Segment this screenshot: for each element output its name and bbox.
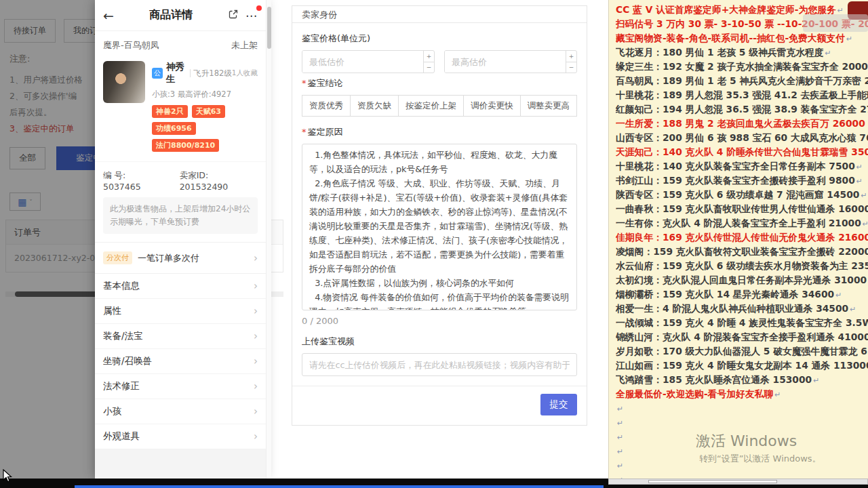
- drawer-header: ← 商品详情 ⋯: [95, 0, 266, 31]
- character-avatar[interactable]: [103, 61, 145, 103]
- paragraph-mark-icon: ↵: [861, 191, 867, 200]
- product-summary: 公 神秀生 飞升182级 1人收藏 小孩:3 最高评价:4927 神兽2只天赋6…: [95, 54, 266, 155]
- doc-line: 陕西专区：159 克火队 6 级功绩卓越 7 混沌画窟 14500↵: [616, 189, 868, 203]
- menu-item[interactable]: 法术修正›: [95, 374, 266, 399]
- menu-item[interactable]: 属性›: [95, 299, 266, 324]
- doc-lines: CC 蓝 V 认证首席鉴定师+大神金牌鉴定师-为您服务↵扫码估号 3 万内 30…: [616, 4, 868, 479]
- chevron-right-icon: ›: [254, 355, 258, 367]
- doc-line-text: 山西专区：200 男仙 6 孩 988 宝石 60 大成风克水心猿 76000: [616, 132, 868, 143]
- menu-item[interactable]: 小孩›: [95, 399, 266, 424]
- menu-item[interactable]: 装备/法宝›: [95, 324, 266, 349]
- decrement-button[interactable]: −: [566, 62, 576, 73]
- doc-line-text: 太初幻境：克火队混人回血鬼日常任务副本异光通杀 31000: [616, 274, 867, 285]
- doc-line-text: 书剑江山：159 克火队装备宝宝齐全搬砖接手盈利 9800: [616, 175, 855, 186]
- chevron-right-icon: ›: [254, 405, 258, 418]
- scrollbar-thumb[interactable]: [648, 480, 777, 483]
- chevron-right-icon: ›: [254, 330, 258, 342]
- paragraph-mark-icon: ↵: [856, 163, 863, 171]
- scrollbar-thumb[interactable]: [267, 7, 271, 49]
- modal-dim-overlay[interactable]: [0, 0, 95, 479]
- paragraph-mark-icon: ↵: [825, 49, 831, 58]
- increment-button[interactable]: +: [424, 51, 434, 62]
- doc-line: 凌烟阁：159 克火队畜牧符文职业装备宝宝齐全搬砖 22000↵: [616, 246, 868, 260]
- character-stats: 小孩:3 最高评价:4927: [152, 89, 258, 100]
- paragraph-mark-icon: ↵: [617, 447, 623, 456]
- more-icon[interactable]: ⋯: [245, 9, 258, 22]
- doc-line-text: 缘定三生：192 女魔 2 孩子克水抽全满装备宝宝齐全 20000: [616, 61, 868, 72]
- doc-line: 飞花逐月：180 男仙 1 老孩 5 级神兵雷克水程度↵: [616, 47, 868, 61]
- chevron-right-icon: ›: [254, 305, 258, 317]
- paragraph-mark-icon: ↵: [846, 35, 852, 43]
- conclusion-options: 资质优秀资质欠缺按鉴定价上架调价卖更快调整卖更高: [302, 95, 577, 117]
- divider: [292, 386, 587, 386]
- min-price-input[interactable]: [302, 51, 423, 73]
- screen: 待接订单 我的订 注意: 1、用户将通过价格2、可多次操作'编后再次提。3、鉴定…: [0, 0, 868, 488]
- drawer-scrollbar[interactable]: [266, 0, 271, 479]
- menu-item[interactable]: 基本信息›: [95, 274, 266, 299]
- doc-line: 佳期良年：169 克火队传世混人传世仙无价鬼火通杀 21600↵: [616, 232, 868, 246]
- max-price-input[interactable]: [445, 51, 566, 73]
- installment-text: 一笔订单多次付: [138, 252, 199, 264]
- share-icon[interactable]: [228, 9, 239, 22]
- max-price-stepper: + −: [566, 51, 576, 73]
- notepad-document[interactable]: CC 蓝 V 认证首席鉴定师+大神金牌鉴定师-为您服务↵扫码估号 3 万内 30…: [608, 0, 868, 479]
- decrement-button[interactable]: −: [424, 62, 434, 73]
- conclusion-option-button[interactable]: 按鉴定价上架: [398, 95, 464, 117]
- doc-line-text: 江山如画：159 克火 4 阶睡女鬼女龙副本 14 通杀 113000: [616, 360, 868, 371]
- doc-line-text: 百鸟朝凤：189 男仙 1 老 5 神兵风克火全满妙音千万亲密 22888: [616, 75, 868, 86]
- paragraph-mark-icon: ↵: [835, 291, 842, 300]
- doc-line-text: 全服最低价-欢迎选购-看号加好友私聊: [616, 388, 773, 399]
- product-detail-drawer: ← 商品详情 ⋯ 魔界-百鸟朝凤 未上架 公 神秀生 飞升182级: [95, 0, 266, 479]
- conclusion-option-button[interactable]: 资质优秀: [302, 95, 351, 117]
- doc-line-text: 岁月如歌：170 级大力队仙器混人 5 破女魔强牛魔甘霖龙 61000: [616, 346, 868, 357]
- conclusion-option-button[interactable]: 资质欠缺: [350, 95, 399, 117]
- doc-line-text: 烟柳灞桥：159 克火队 14 星异光秦岭通杀 34600: [616, 289, 834, 300]
- reason-label-text: 鉴定原因: [308, 127, 343, 137]
- reason-textarea[interactable]: 1.角色整体情况，具体玩法，如平秒仙、程度炮、砍龙、大力魔等，以及适合的玩法，p…: [302, 144, 577, 310]
- conclusion-option-button[interactable]: 调价卖更快: [463, 95, 521, 117]
- doc-line: 百鸟朝凤：189 男仙 1 老 5 神兵风克火全满妙音千万亲密 22888↵: [616, 75, 868, 89]
- chevron-right-icon: ›: [254, 380, 258, 392]
- paragraph-mark-icon: ↵: [856, 177, 863, 186]
- doc-horizontal-scrollbar[interactable]: [608, 479, 868, 485]
- paragraph-mark-icon: ↵: [617, 433, 623, 442]
- stat-tag: 天赋63: [192, 105, 225, 118]
- doc-line: 十里桃花：189 男人忽混 35.3 强混 41.2 去疾孟极上手能玩 2600…: [616, 89, 868, 104]
- chevron-right-icon: ›: [254, 252, 258, 264]
- installment-row[interactable]: 分次付 一笔订单多次付 ›: [95, 242, 266, 273]
- menu-item-label: 属性: [103, 305, 121, 317]
- seller-id: 卖家ID: 201532490: [180, 170, 258, 192]
- doc-line-text: 一战倾城：159 克火 4 阶睡 4 族灵性鬼装备宝宝齐全 3.5W: [616, 317, 868, 328]
- price-inputs: + − + −: [302, 50, 577, 73]
- doc-line: 缘定三生：192 女魔 2 孩子克水抽全满装备宝宝齐全 20000↵: [616, 61, 868, 75]
- video-link-input[interactable]: [302, 353, 577, 376]
- max-price-field: + −: [444, 50, 577, 73]
- doc-line-text: 锦绣山河：克火队 4 阶混装备宝宝齐全接手盈利通杀 41000: [616, 331, 868, 342]
- listing-status: 未上架: [231, 39, 258, 52]
- required-asterisk: *: [302, 127, 307, 137]
- menu-item[interactable]: 外观道具›: [95, 424, 266, 449]
- installment-tag: 分次付: [103, 251, 132, 264]
- stat-tag: 法门8800/8210: [152, 139, 219, 152]
- doc-line-text: 相爱一生：4 阶混人鬼火队神兵仙种植职业通杀 34500: [616, 303, 848, 314]
- submit-button[interactable]: 提交: [540, 394, 577, 415]
- conclusion-option-button[interactable]: 调整卖更高: [520, 95, 578, 117]
- reason-label: *鉴定原因: [302, 126, 577, 138]
- menu-item[interactable]: 坐骑/召唤兽›: [95, 349, 266, 374]
- doc-line-text: 凌烟阁：159 克火队畜牧符文职业装备宝宝齐全搬砖 22000: [616, 246, 868, 257]
- menu-item-label: 法术修正: [103, 380, 140, 392]
- detail-menu: 基本信息›属性›装备/法宝›坐骑/召唤兽›法术修正›小孩›外观道具›: [95, 273, 266, 449]
- category-label: 魔界-百鸟朝凤: [103, 39, 159, 52]
- paragraph-mark-icon: ↵: [863, 220, 868, 228]
- increment-button[interactable]: +: [566, 51, 576, 62]
- menu-item-label: 基本信息: [103, 280, 140, 292]
- back-icon[interactable]: ←: [103, 8, 114, 23]
- seller-identity-header: 卖家身份: [292, 6, 587, 23]
- windows-activation-watermark: 激活 Windows: [696, 431, 797, 451]
- menu-item-label: 坐骑/召唤兽: [103, 355, 152, 367]
- doc-line-text: 水云仙府：159 克火队 6 级功绩去疾水月物资装备为主 23500: [616, 260, 868, 271]
- doc-line: 水云仙府：159 克火队 6 级功绩去疾水月物资装备为主 23500↵: [616, 260, 868, 274]
- favorites-count: 1人收藏: [232, 68, 258, 78]
- appraisal-form-panel: 卖家身份 鉴宝价格(单位元) + − + −: [292, 5, 587, 426]
- paragraph-mark-icon: ↵: [617, 419, 623, 428]
